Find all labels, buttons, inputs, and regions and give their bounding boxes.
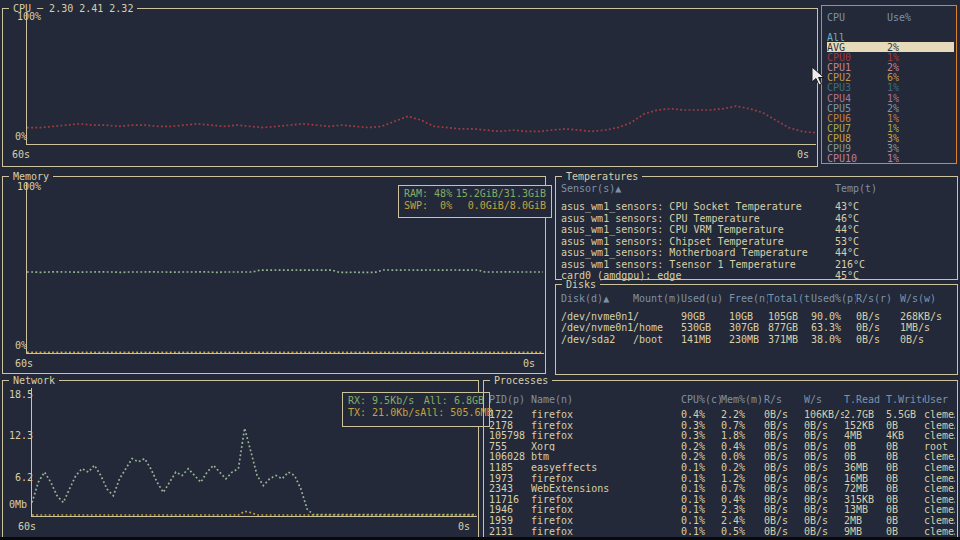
cell: 0B/s [764,420,804,431]
cell: 268KB/s [900,311,944,322]
cpu-legend-header[interactable]: CPU Use% [827,12,954,22]
table-row[interactable]: 1185easyeffects0.1%0.2%0B/s0B/s36MB0Bcle… [489,462,955,473]
cpu-legend-row[interactable]: All [827,32,954,42]
network-legend-rx: RX: 9.5Kb/s All: 6.8GB [348,395,484,406]
cell: 0.1% [681,462,721,473]
cell: 0B [886,526,924,537]
memory-panel[interactable]: Memory 100% 0% 60s 0s RAM: 48% 15.2GiB/3… [2,176,546,374]
cpu-legend-row[interactable]: CPU61% [827,113,954,123]
cell: 63.3% [811,322,856,333]
network-panel[interactable]: Network 18.5 12.3 6.2 0Mb 60s 0s RX: 9.5… [2,380,479,538]
cpu-legend-row[interactable]: CPU01% [827,52,954,62]
cell: 0B [886,473,924,484]
cell: root [924,441,955,452]
table-row[interactable]: /dev/sda2/boot141MB230MB371MB38.0%0B/s0B… [561,334,955,345]
cell: CPU10 [827,153,887,163]
temperatures-header[interactable]: Sensor(s)▲Temp(t) [561,183,955,195]
cell: 2.7GB [844,409,886,420]
table-row[interactable]: asus_wm1_sensors: CPU VRM Temperature44°… [561,224,955,236]
cell: 0B/s [764,430,804,441]
table-row[interactable]: 2131firefox0.1%0.5%0B/s0B/s9MB0Bcleme… [489,526,955,537]
cell: 0B [886,462,924,473]
disks-header[interactable]: Disk(d)▲Mount(m)Used(u)Free(n)Total(t)Us… [561,293,955,304]
cpu-legend-rows: AllAVG2%CPU01%CPU12%CPU26%CPU31%CPU41%CP… [827,32,954,163]
cpu-legend-row[interactable]: AVG2% [827,42,954,52]
cell: 371MB [768,334,811,345]
temperatures-panel[interactable]: Temperatures Sensor(s)▲Temp(t) asus_wm1_… [555,176,958,280]
processes-header[interactable]: PID(p)Name(n)CPU%(c)▼Mem%(m)R/sW/sT.Read… [489,394,955,405]
cell: 2131 [489,526,531,537]
cell: asus_wm1_sensors: Motherboard Temperatur… [561,247,835,259]
table-row[interactable]: /dev/nvme0n1p3/home530GB307GB877GB63.3%0… [561,322,955,333]
temperatures-rows: asus_wm1_sensors: CPU Socket Temperature… [561,201,955,282]
rx-total-value: All: 6.8GB [424,395,484,406]
cell: 90GB [681,311,729,322]
cell: T.Read [844,394,886,405]
cell: 0B/s [804,515,844,526]
table-row[interactable]: asus_wm1_sensors: CPU Temperature46°C [561,213,955,225]
table-row[interactable]: asus_wm1_sensors: Motherboard Temperatur… [561,247,955,259]
processes-panel[interactable]: Processes PID(p)Name(n)CPU%(c)▼Mem%(m)R/… [483,380,958,538]
cpu-legend-row[interactable]: CPU52% [827,103,954,113]
table-row[interactable]: card0 (amdgpu): edge45°C [561,270,955,282]
cpu-usage-chart[interactable] [27,18,815,144]
cell: 2178 [489,420,531,431]
cpu-legend-row[interactable]: CPU26% [827,72,954,82]
cell: 2% [887,103,947,113]
cell: T.Write [886,394,924,405]
cell: 0B/s [764,462,804,473]
column-header-row[interactable]: PID(p)Name(n)CPU%(c)▼Mem%(m)R/sW/sT.Read… [489,394,955,405]
cell: asus_wm1_sensors: Tsensor 1 Temperature [561,259,835,271]
cell: W/s [804,394,844,405]
cell: 0.3% [681,420,721,431]
cell: 230MB [729,334,768,345]
cpu-legend-header-use[interactable]: Use% [887,12,947,22]
cpu-legend-panel[interactable]: CPU Use% AllAVG2%CPU01%CPU12%CPU26%CPU31… [821,5,957,164]
cell: 4MB [844,430,886,441]
table-row[interactable]: 1946firefox0.1%2.3%0B/s0B/s13MB0Bcleme… [489,504,955,515]
cpu-graph-panel[interactable]: CPU ─ 2.30 2.41 2.32 100% 0% 60s 0s [2,8,818,167]
cpu-legend-header-cpu[interactable]: CPU [827,12,887,22]
table-row[interactable]: 105798firefox0.3%1.8%0B/s0B/s4MB4KBcleme… [489,430,955,441]
table-row[interactable]: 1722firefox0.4%2.2%0B/s106KB/s2.7GB5.5GB… [489,409,955,420]
cell: 530GB [681,322,729,333]
column-header-row[interactable]: Sensor(s)▲Temp(t) [561,183,915,195]
cpu-legend-row[interactable]: CPU71% [827,123,954,133]
cell: cleme… [924,483,955,494]
table-row[interactable]: 1973firefox0.1%1.2%0B/s0B/s16MB0Bcleme… [489,473,955,484]
cpu-legend-row[interactable]: CPU12% [827,62,954,72]
table-row[interactable]: /dev/nvme0n1p2/90GB10GB105GB90.0%0B/s268… [561,311,955,322]
cell: 0B [886,451,924,462]
cell: 0B/s [764,526,804,537]
table-row[interactable]: 2178firefox0.3%0.7%0B/s0B/s152KB0Bcleme… [489,420,955,431]
table-row[interactable]: 106028btm0.2%0.0%0B/s0B/s0B0Bcleme… [489,451,955,462]
table-row[interactable]: 2343WebExtensions0.1%0.7%0B/s0B/s72MB0Bc… [489,483,955,494]
cpu-legend-row[interactable]: CPU83% [827,133,954,143]
table-row[interactable]: 11716firefox0.1%0.4%0B/s0B/s315KB0Bcleme… [489,494,955,505]
table-row[interactable]: asus_wm1_sensors: Tsensor 1 Temperature2… [561,259,955,271]
network-y-label-2: 12.3 [9,430,33,441]
network-x-axis [31,516,477,517]
cell: CPU5 [827,103,887,113]
cell: 0B [886,515,924,526]
cell: 38.0% [811,334,856,345]
disks-panel[interactable]: Disks Disk(d)▲Mount(m)Used(u)Free(n)Tota… [555,284,958,375]
cell: /home [633,322,681,333]
cell: 0B/s [764,504,804,515]
cpu-legend-row[interactable]: CPU101% [827,153,954,163]
cell: CPU0 [827,52,887,62]
cpu-legend-row[interactable]: CPU41% [827,93,954,103]
column-header-row[interactable]: Disk(d)▲Mount(m)Used(u)Free(n)Total(t)Us… [561,293,944,304]
table-row[interactable]: 755Xorg0.2%0.4%0B/s0B/s0B0Broot [489,441,955,452]
cell: Used(u) [681,293,729,304]
table-row[interactable]: 1959firefox0.1%2.4%0B/s0B/s2MB0Bcleme… [489,515,955,526]
table-row[interactable]: asus_wm1_sensors: CPU Socket Temperature… [561,201,955,213]
cell: firefox [531,504,681,515]
cpu-legend-row[interactable]: CPU31% [827,82,954,92]
cell: cleme… [924,409,955,420]
table-row[interactable]: asus_wm1_sensors: Chipset Temperature53°… [561,236,955,248]
cell: /dev/nvme0n1p2 [561,311,633,322]
cell: 0.0% [721,451,764,462]
cell: 90.0% [811,311,856,322]
cpu-legend-row[interactable]: CPU93% [827,143,954,153]
